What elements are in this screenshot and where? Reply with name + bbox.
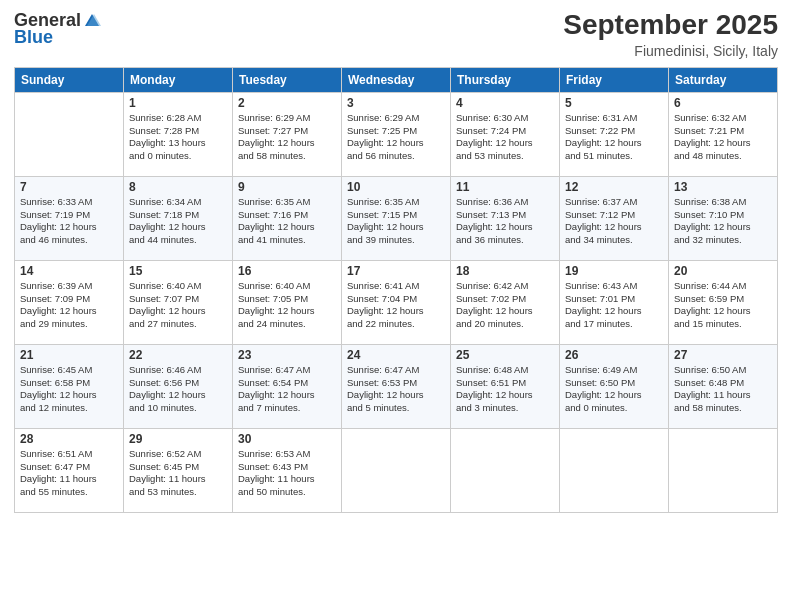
calendar-cell xyxy=(560,428,669,512)
calendar-week-row: 28Sunrise: 6:51 AM Sunset: 6:47 PM Dayli… xyxy=(15,428,778,512)
month-title: September 2025 xyxy=(563,10,778,41)
location-text: Fiumedinisi, Sicily, Italy xyxy=(563,43,778,59)
calendar-cell: 23Sunrise: 6:47 AM Sunset: 6:54 PM Dayli… xyxy=(233,344,342,428)
calendar-cell xyxy=(342,428,451,512)
calendar-header-monday: Monday xyxy=(124,67,233,92)
calendar-cell xyxy=(15,92,124,176)
day-number: 19 xyxy=(565,264,663,278)
calendar-cell: 7Sunrise: 6:33 AM Sunset: 7:19 PM Daylig… xyxy=(15,176,124,260)
title-block: September 2025 Fiumedinisi, Sicily, Ital… xyxy=(563,10,778,59)
page-container: General Blue September 2025 Fiumedinisi,… xyxy=(0,0,792,612)
calendar-cell: 13Sunrise: 6:38 AM Sunset: 7:10 PM Dayli… xyxy=(669,176,778,260)
calendar-cell: 25Sunrise: 6:48 AM Sunset: 6:51 PM Dayli… xyxy=(451,344,560,428)
day-number: 7 xyxy=(20,180,118,194)
calendar-cell: 12Sunrise: 6:37 AM Sunset: 7:12 PM Dayli… xyxy=(560,176,669,260)
day-number: 17 xyxy=(347,264,445,278)
calendar-cell: 14Sunrise: 6:39 AM Sunset: 7:09 PM Dayli… xyxy=(15,260,124,344)
day-info: Sunrise: 6:42 AM Sunset: 7:02 PM Dayligh… xyxy=(456,280,554,331)
day-number: 28 xyxy=(20,432,118,446)
day-number: 10 xyxy=(347,180,445,194)
calendar-cell: 21Sunrise: 6:45 AM Sunset: 6:58 PM Dayli… xyxy=(15,344,124,428)
day-number: 6 xyxy=(674,96,772,110)
header: General Blue September 2025 Fiumedinisi,… xyxy=(14,10,778,59)
day-info: Sunrise: 6:33 AM Sunset: 7:19 PM Dayligh… xyxy=(20,196,118,247)
calendar-week-row: 14Sunrise: 6:39 AM Sunset: 7:09 PM Dayli… xyxy=(15,260,778,344)
day-info: Sunrise: 6:28 AM Sunset: 7:28 PM Dayligh… xyxy=(129,112,227,163)
day-info: Sunrise: 6:38 AM Sunset: 7:10 PM Dayligh… xyxy=(674,196,772,247)
calendar-header-row: SundayMondayTuesdayWednesdayThursdayFrid… xyxy=(15,67,778,92)
day-number: 2 xyxy=(238,96,336,110)
day-info: Sunrise: 6:53 AM Sunset: 6:43 PM Dayligh… xyxy=(238,448,336,499)
day-info: Sunrise: 6:37 AM Sunset: 7:12 PM Dayligh… xyxy=(565,196,663,247)
day-number: 4 xyxy=(456,96,554,110)
day-info: Sunrise: 6:45 AM Sunset: 6:58 PM Dayligh… xyxy=(20,364,118,415)
logo: General Blue xyxy=(14,10,101,48)
day-number: 21 xyxy=(20,348,118,362)
day-info: Sunrise: 6:29 AM Sunset: 7:25 PM Dayligh… xyxy=(347,112,445,163)
calendar-header-wednesday: Wednesday xyxy=(342,67,451,92)
day-info: Sunrise: 6:29 AM Sunset: 7:27 PM Dayligh… xyxy=(238,112,336,163)
day-number: 26 xyxy=(565,348,663,362)
calendar-cell: 28Sunrise: 6:51 AM Sunset: 6:47 PM Dayli… xyxy=(15,428,124,512)
day-info: Sunrise: 6:35 AM Sunset: 7:16 PM Dayligh… xyxy=(238,196,336,247)
logo-icon xyxy=(83,12,101,30)
calendar-cell: 2Sunrise: 6:29 AM Sunset: 7:27 PM Daylig… xyxy=(233,92,342,176)
logo-blue-text: Blue xyxy=(14,27,53,48)
day-number: 5 xyxy=(565,96,663,110)
calendar-week-row: 1Sunrise: 6:28 AM Sunset: 7:28 PM Daylig… xyxy=(15,92,778,176)
calendar-cell: 1Sunrise: 6:28 AM Sunset: 7:28 PM Daylig… xyxy=(124,92,233,176)
day-info: Sunrise: 6:49 AM Sunset: 6:50 PM Dayligh… xyxy=(565,364,663,415)
day-number: 15 xyxy=(129,264,227,278)
day-info: Sunrise: 6:31 AM Sunset: 7:22 PM Dayligh… xyxy=(565,112,663,163)
day-info: Sunrise: 6:43 AM Sunset: 7:01 PM Dayligh… xyxy=(565,280,663,331)
calendar-cell: 20Sunrise: 6:44 AM Sunset: 6:59 PM Dayli… xyxy=(669,260,778,344)
day-info: Sunrise: 6:46 AM Sunset: 6:56 PM Dayligh… xyxy=(129,364,227,415)
calendar-cell: 10Sunrise: 6:35 AM Sunset: 7:15 PM Dayli… xyxy=(342,176,451,260)
day-number: 11 xyxy=(456,180,554,194)
calendar-cell xyxy=(669,428,778,512)
day-info: Sunrise: 6:51 AM Sunset: 6:47 PM Dayligh… xyxy=(20,448,118,499)
day-number: 16 xyxy=(238,264,336,278)
calendar-cell: 18Sunrise: 6:42 AM Sunset: 7:02 PM Dayli… xyxy=(451,260,560,344)
calendar-cell xyxy=(451,428,560,512)
calendar-header-saturday: Saturday xyxy=(669,67,778,92)
calendar-header-tuesday: Tuesday xyxy=(233,67,342,92)
calendar-cell: 9Sunrise: 6:35 AM Sunset: 7:16 PM Daylig… xyxy=(233,176,342,260)
calendar-cell: 4Sunrise: 6:30 AM Sunset: 7:24 PM Daylig… xyxy=(451,92,560,176)
day-number: 24 xyxy=(347,348,445,362)
day-info: Sunrise: 6:44 AM Sunset: 6:59 PM Dayligh… xyxy=(674,280,772,331)
day-number: 18 xyxy=(456,264,554,278)
day-number: 1 xyxy=(129,96,227,110)
day-number: 13 xyxy=(674,180,772,194)
day-info: Sunrise: 6:50 AM Sunset: 6:48 PM Dayligh… xyxy=(674,364,772,415)
day-number: 8 xyxy=(129,180,227,194)
calendar-cell: 22Sunrise: 6:46 AM Sunset: 6:56 PM Dayli… xyxy=(124,344,233,428)
calendar-cell: 15Sunrise: 6:40 AM Sunset: 7:07 PM Dayli… xyxy=(124,260,233,344)
calendar-table: SundayMondayTuesdayWednesdayThursdayFrid… xyxy=(14,67,778,513)
day-number: 23 xyxy=(238,348,336,362)
day-info: Sunrise: 6:30 AM Sunset: 7:24 PM Dayligh… xyxy=(456,112,554,163)
calendar-cell: 27Sunrise: 6:50 AM Sunset: 6:48 PM Dayli… xyxy=(669,344,778,428)
calendar-cell: 5Sunrise: 6:31 AM Sunset: 7:22 PM Daylig… xyxy=(560,92,669,176)
day-info: Sunrise: 6:48 AM Sunset: 6:51 PM Dayligh… xyxy=(456,364,554,415)
day-info: Sunrise: 6:32 AM Sunset: 7:21 PM Dayligh… xyxy=(674,112,772,163)
calendar-header-friday: Friday xyxy=(560,67,669,92)
day-number: 12 xyxy=(565,180,663,194)
day-number: 25 xyxy=(456,348,554,362)
calendar-cell: 16Sunrise: 6:40 AM Sunset: 7:05 PM Dayli… xyxy=(233,260,342,344)
day-number: 20 xyxy=(674,264,772,278)
day-info: Sunrise: 6:40 AM Sunset: 7:07 PM Dayligh… xyxy=(129,280,227,331)
calendar-cell: 24Sunrise: 6:47 AM Sunset: 6:53 PM Dayli… xyxy=(342,344,451,428)
day-number: 9 xyxy=(238,180,336,194)
calendar-cell: 30Sunrise: 6:53 AM Sunset: 6:43 PM Dayli… xyxy=(233,428,342,512)
calendar-cell: 11Sunrise: 6:36 AM Sunset: 7:13 PM Dayli… xyxy=(451,176,560,260)
calendar-cell: 26Sunrise: 6:49 AM Sunset: 6:50 PM Dayli… xyxy=(560,344,669,428)
calendar-cell: 3Sunrise: 6:29 AM Sunset: 7:25 PM Daylig… xyxy=(342,92,451,176)
calendar-week-row: 7Sunrise: 6:33 AM Sunset: 7:19 PM Daylig… xyxy=(15,176,778,260)
calendar-cell: 8Sunrise: 6:34 AM Sunset: 7:18 PM Daylig… xyxy=(124,176,233,260)
day-info: Sunrise: 6:47 AM Sunset: 6:54 PM Dayligh… xyxy=(238,364,336,415)
day-info: Sunrise: 6:39 AM Sunset: 7:09 PM Dayligh… xyxy=(20,280,118,331)
day-number: 30 xyxy=(238,432,336,446)
day-number: 22 xyxy=(129,348,227,362)
day-number: 14 xyxy=(20,264,118,278)
